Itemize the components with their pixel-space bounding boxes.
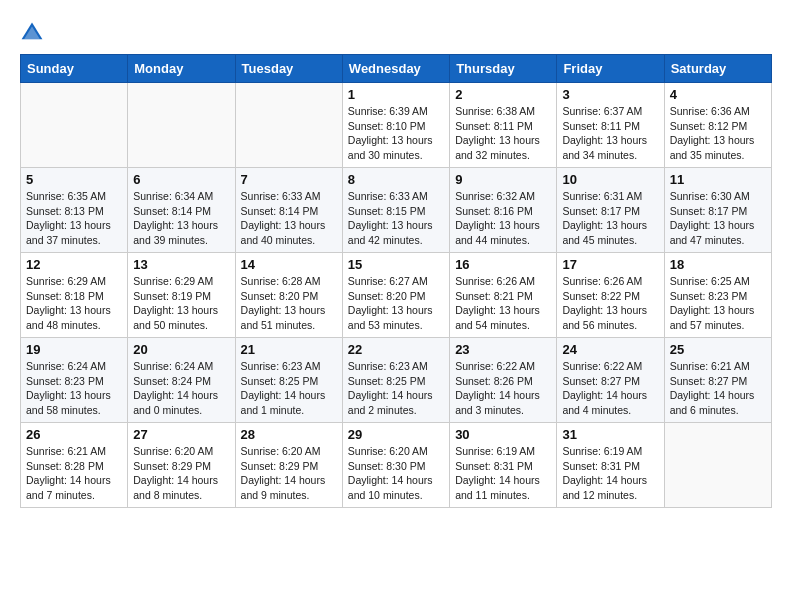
day-info: Sunrise: 6:38 AM Sunset: 8:11 PM Dayligh… (455, 104, 551, 163)
calendar-cell: 11Sunrise: 6:30 AM Sunset: 8:17 PM Dayli… (664, 168, 771, 253)
day-number: 13 (133, 257, 229, 272)
day-number: 12 (26, 257, 122, 272)
day-info: Sunrise: 6:29 AM Sunset: 8:19 PM Dayligh… (133, 274, 229, 333)
day-info: Sunrise: 6:20 AM Sunset: 8:29 PM Dayligh… (241, 444, 337, 503)
day-number: 9 (455, 172, 551, 187)
day-info: Sunrise: 6:29 AM Sunset: 8:18 PM Dayligh… (26, 274, 122, 333)
day-number: 7 (241, 172, 337, 187)
day-number: 31 (562, 427, 658, 442)
day-info: Sunrise: 6:25 AM Sunset: 8:23 PM Dayligh… (670, 274, 766, 333)
calendar-cell: 18Sunrise: 6:25 AM Sunset: 8:23 PM Dayli… (664, 253, 771, 338)
col-header-friday: Friday (557, 55, 664, 83)
calendar-week-row: 12Sunrise: 6:29 AM Sunset: 8:18 PM Dayli… (21, 253, 772, 338)
calendar-cell (128, 83, 235, 168)
day-number: 17 (562, 257, 658, 272)
day-number: 3 (562, 87, 658, 102)
calendar-header-row: SundayMondayTuesdayWednesdayThursdayFrid… (21, 55, 772, 83)
day-info: Sunrise: 6:33 AM Sunset: 8:14 PM Dayligh… (241, 189, 337, 248)
calendar-cell: 24Sunrise: 6:22 AM Sunset: 8:27 PM Dayli… (557, 338, 664, 423)
day-number: 11 (670, 172, 766, 187)
day-number: 21 (241, 342, 337, 357)
day-info: Sunrise: 6:21 AM Sunset: 8:28 PM Dayligh… (26, 444, 122, 503)
day-number: 29 (348, 427, 444, 442)
calendar-cell: 10Sunrise: 6:31 AM Sunset: 8:17 PM Dayli… (557, 168, 664, 253)
day-number: 10 (562, 172, 658, 187)
day-number: 16 (455, 257, 551, 272)
day-number: 24 (562, 342, 658, 357)
calendar-cell: 2Sunrise: 6:38 AM Sunset: 8:11 PM Daylig… (450, 83, 557, 168)
calendar-cell: 21Sunrise: 6:23 AM Sunset: 8:25 PM Dayli… (235, 338, 342, 423)
day-info: Sunrise: 6:20 AM Sunset: 8:29 PM Dayligh… (133, 444, 229, 503)
day-info: Sunrise: 6:32 AM Sunset: 8:16 PM Dayligh… (455, 189, 551, 248)
day-info: Sunrise: 6:20 AM Sunset: 8:30 PM Dayligh… (348, 444, 444, 503)
day-info: Sunrise: 6:19 AM Sunset: 8:31 PM Dayligh… (455, 444, 551, 503)
day-number: 19 (26, 342, 122, 357)
calendar-week-row: 19Sunrise: 6:24 AM Sunset: 8:23 PM Dayli… (21, 338, 772, 423)
calendar-cell: 19Sunrise: 6:24 AM Sunset: 8:23 PM Dayli… (21, 338, 128, 423)
calendar-cell: 27Sunrise: 6:20 AM Sunset: 8:29 PM Dayli… (128, 423, 235, 508)
calendar-cell: 13Sunrise: 6:29 AM Sunset: 8:19 PM Dayli… (128, 253, 235, 338)
col-header-monday: Monday (128, 55, 235, 83)
calendar-cell: 8Sunrise: 6:33 AM Sunset: 8:15 PM Daylig… (342, 168, 449, 253)
day-number: 6 (133, 172, 229, 187)
day-info: Sunrise: 6:35 AM Sunset: 8:13 PM Dayligh… (26, 189, 122, 248)
day-number: 26 (26, 427, 122, 442)
calendar-cell (235, 83, 342, 168)
calendar-cell: 23Sunrise: 6:22 AM Sunset: 8:26 PM Dayli… (450, 338, 557, 423)
day-info: Sunrise: 6:21 AM Sunset: 8:27 PM Dayligh… (670, 359, 766, 418)
day-number: 23 (455, 342, 551, 357)
day-info: Sunrise: 6:39 AM Sunset: 8:10 PM Dayligh… (348, 104, 444, 163)
col-header-saturday: Saturday (664, 55, 771, 83)
calendar-cell: 22Sunrise: 6:23 AM Sunset: 8:25 PM Dayli… (342, 338, 449, 423)
day-info: Sunrise: 6:34 AM Sunset: 8:14 PM Dayligh… (133, 189, 229, 248)
day-info: Sunrise: 6:26 AM Sunset: 8:22 PM Dayligh… (562, 274, 658, 333)
calendar-cell: 26Sunrise: 6:21 AM Sunset: 8:28 PM Dayli… (21, 423, 128, 508)
col-header-tuesday: Tuesday (235, 55, 342, 83)
col-header-thursday: Thursday (450, 55, 557, 83)
calendar-cell: 12Sunrise: 6:29 AM Sunset: 8:18 PM Dayli… (21, 253, 128, 338)
calendar-week-row: 26Sunrise: 6:21 AM Sunset: 8:28 PM Dayli… (21, 423, 772, 508)
day-number: 25 (670, 342, 766, 357)
day-info: Sunrise: 6:36 AM Sunset: 8:12 PM Dayligh… (670, 104, 766, 163)
calendar-week-row: 1Sunrise: 6:39 AM Sunset: 8:10 PM Daylig… (21, 83, 772, 168)
day-info: Sunrise: 6:33 AM Sunset: 8:15 PM Dayligh… (348, 189, 444, 248)
logo (20, 20, 48, 44)
day-number: 4 (670, 87, 766, 102)
calendar-table: SundayMondayTuesdayWednesdayThursdayFrid… (20, 54, 772, 508)
calendar-cell: 17Sunrise: 6:26 AM Sunset: 8:22 PM Dayli… (557, 253, 664, 338)
day-info: Sunrise: 6:37 AM Sunset: 8:11 PM Dayligh… (562, 104, 658, 163)
calendar-cell (21, 83, 128, 168)
day-info: Sunrise: 6:23 AM Sunset: 8:25 PM Dayligh… (348, 359, 444, 418)
day-number: 15 (348, 257, 444, 272)
col-header-sunday: Sunday (21, 55, 128, 83)
day-info: Sunrise: 6:23 AM Sunset: 8:25 PM Dayligh… (241, 359, 337, 418)
calendar-cell: 30Sunrise: 6:19 AM Sunset: 8:31 PM Dayli… (450, 423, 557, 508)
calendar-cell: 14Sunrise: 6:28 AM Sunset: 8:20 PM Dayli… (235, 253, 342, 338)
day-number: 28 (241, 427, 337, 442)
calendar-cell: 25Sunrise: 6:21 AM Sunset: 8:27 PM Dayli… (664, 338, 771, 423)
calendar-cell: 9Sunrise: 6:32 AM Sunset: 8:16 PM Daylig… (450, 168, 557, 253)
day-number: 5 (26, 172, 122, 187)
logo-icon (20, 20, 44, 44)
day-number: 1 (348, 87, 444, 102)
day-number: 2 (455, 87, 551, 102)
day-info: Sunrise: 6:28 AM Sunset: 8:20 PM Dayligh… (241, 274, 337, 333)
day-info: Sunrise: 6:26 AM Sunset: 8:21 PM Dayligh… (455, 274, 551, 333)
calendar-cell: 20Sunrise: 6:24 AM Sunset: 8:24 PM Dayli… (128, 338, 235, 423)
calendar-cell: 1Sunrise: 6:39 AM Sunset: 8:10 PM Daylig… (342, 83, 449, 168)
day-info: Sunrise: 6:27 AM Sunset: 8:20 PM Dayligh… (348, 274, 444, 333)
day-number: 18 (670, 257, 766, 272)
calendar-cell: 15Sunrise: 6:27 AM Sunset: 8:20 PM Dayli… (342, 253, 449, 338)
calendar-cell: 28Sunrise: 6:20 AM Sunset: 8:29 PM Dayli… (235, 423, 342, 508)
day-info: Sunrise: 6:19 AM Sunset: 8:31 PM Dayligh… (562, 444, 658, 503)
day-number: 30 (455, 427, 551, 442)
day-info: Sunrise: 6:30 AM Sunset: 8:17 PM Dayligh… (670, 189, 766, 248)
calendar-cell: 3Sunrise: 6:37 AM Sunset: 8:11 PM Daylig… (557, 83, 664, 168)
day-info: Sunrise: 6:22 AM Sunset: 8:26 PM Dayligh… (455, 359, 551, 418)
day-info: Sunrise: 6:22 AM Sunset: 8:27 PM Dayligh… (562, 359, 658, 418)
day-number: 8 (348, 172, 444, 187)
day-number: 20 (133, 342, 229, 357)
calendar-cell: 6Sunrise: 6:34 AM Sunset: 8:14 PM Daylig… (128, 168, 235, 253)
header (20, 20, 772, 44)
day-info: Sunrise: 6:24 AM Sunset: 8:23 PM Dayligh… (26, 359, 122, 418)
